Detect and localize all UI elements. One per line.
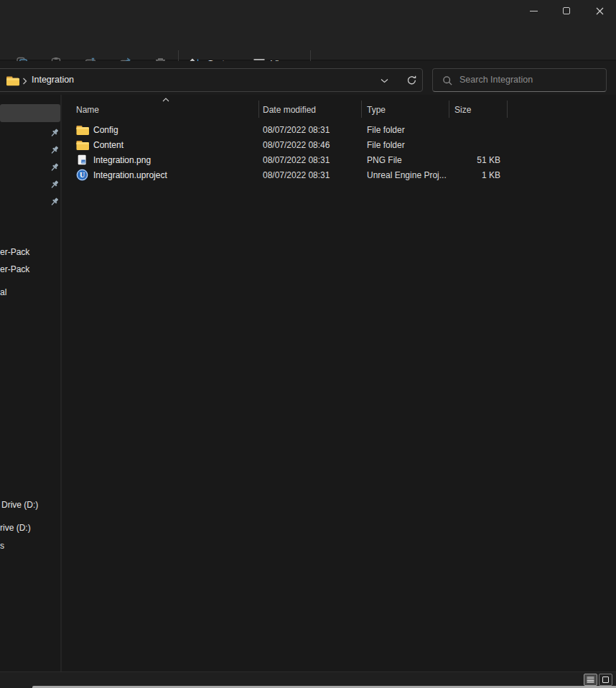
file-explorer-window: Sort View [0,0,616,688]
pin-icon[interactable] [49,145,60,156]
sidebar-item-label[interactable]: rive (D:) [0,523,31,533]
chevron-right-icon [22,78,27,85]
sidebar-item-label[interactable]: s [0,541,4,551]
sidebar-item-label[interactable]: al [0,287,6,297]
pin-icon[interactable] [49,128,60,139]
sidebar-item-label[interactable]: er-Pack [0,264,29,274]
search-input[interactable]: Search Integration [432,68,607,92]
file-type: PNG File [367,155,402,165]
file-row[interactable]: Config 08/07/2022 08:31 File folder [63,123,607,138]
column-separator[interactable] [258,101,259,118]
column-header-name[interactable]: Name [76,105,99,115]
maximize-button[interactable] [550,0,583,22]
file-date-modified: 08/07/2022 08:31 [263,170,330,180]
details-view-icon [587,677,594,683]
file-name: Integration.uproject [93,170,167,180]
column-header-size[interactable]: Size [454,105,471,115]
explorer-body: er-Pack er-Pack al Drive (D:) rive (D:) … [0,95,616,671]
search-icon [442,75,453,86]
file-name: Config [93,125,118,135]
file-date-modified: 08/07/2022 08:31 [263,155,330,165]
unreal-project-icon: U [76,169,88,181]
column-header-type[interactable]: Type [367,105,386,115]
sidebar-item-label[interactable]: Drive (D:) [1,500,38,510]
sidebar-item-label[interactable]: er-Pack [0,247,29,257]
file-size: 51 KB [437,155,500,165]
search-placeholder: Search Integration [459,75,533,85]
file-type: Unreal Engine Proj... [367,170,447,180]
file-size: 1 KB [437,170,500,180]
file-row[interactable]: Integration.png 08/07/2022 08:31 PNG Fil… [63,153,607,168]
svg-text:U: U [80,171,85,179]
address-bar[interactable]: Integration [0,68,423,92]
file-row[interactable]: Content 08/07/2022 08:46 File folder [63,138,607,153]
folder-icon [76,139,90,152]
file-row[interactable]: U Integration.uproject 08/07/2022 08:31 … [63,168,607,183]
folder-icon [76,124,90,136]
close-icon [596,7,604,15]
toolbar: Sort View [0,22,616,60]
refresh-icon[interactable] [406,74,418,86]
maximize-icon [563,7,570,14]
file-type: File folder [367,140,405,150]
file-list-pane: Name Date modified Type Size Config [63,95,616,671]
thumbnail-view-toggle[interactable] [599,674,612,686]
titlebar[interactable] [0,0,616,22]
sort-ascending-icon [162,98,169,102]
image-file-icon [77,154,88,166]
navigation-sidebar: er-Pack er-Pack al Drive (D:) rive (D:) … [0,95,62,671]
column-separator[interactable] [449,101,449,118]
file-type: File folder [367,125,405,135]
breadcrumb-location[interactable]: Integration [32,75,74,85]
close-button[interactable] [583,0,616,22]
file-name: Content [93,140,123,150]
folder-icon [6,75,20,86]
column-header-row: Name Date modified Type Size [63,95,616,121]
file-date-modified: 08/07/2022 08:46 [263,140,330,150]
minimize-icon [530,11,538,11]
address-dropdown-icon[interactable] [381,78,388,83]
file-name: Integration.png [93,155,151,165]
pin-icon[interactable] [49,197,60,208]
sidebar-selected-item[interactable] [0,104,60,122]
minimize-button[interactable] [517,0,550,22]
pin-icon[interactable] [49,162,60,173]
thumbnail-view-icon [602,677,609,683]
address-row: Integration Search Integration [0,61,616,95]
details-view-toggle[interactable] [584,674,597,686]
window-controls [517,0,616,22]
column-separator[interactable] [361,101,362,118]
column-header-date-modified[interactable]: Date modified [263,105,316,115]
window-chrome: Sort View [0,0,616,60]
column-separator[interactable] [507,101,508,118]
pin-icon[interactable] [49,180,60,190]
file-date-modified: 08/07/2022 08:31 [263,125,330,135]
